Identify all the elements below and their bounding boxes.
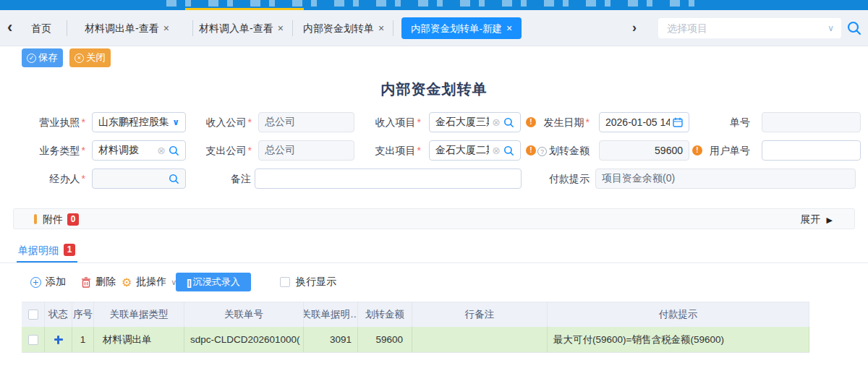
row-doc-detail-cell: 3091 bbox=[304, 327, 358, 352]
clear-icon[interactable]: ⊗ bbox=[492, 117, 501, 127]
row-pay-tip-cell: 最大可付(59600)=销售含税金额(59600) bbox=[548, 327, 809, 352]
table-row[interactable]: 1 材料调出单 sdpc-CLDCD202601000( 3091 59600 … bbox=[22, 327, 809, 353]
col-seq: 序号 bbox=[72, 302, 94, 327]
search-icon[interactable] bbox=[503, 117, 514, 128]
business-license-label: 营业执照* bbox=[27, 112, 85, 132]
income-project-field[interactable]: 金石大厦三期 ⊗ bbox=[429, 112, 521, 132]
batch-actions-button[interactable]: ⚙ 批操作 ∨ bbox=[122, 273, 176, 291]
plus-circle-icon bbox=[30, 277, 41, 288]
user-doc-no-label: 用户单号 bbox=[692, 140, 750, 161]
clear-icon[interactable]: ⊗ bbox=[157, 145, 166, 155]
income-project-label: 收入项目* bbox=[363, 112, 421, 132]
row-doc-type-cell: 材料调出单 bbox=[94, 327, 184, 352]
tabs-scroll-right-icon[interactable]: › bbox=[632, 10, 637, 45]
tab-home[interactable]: 首页 bbox=[31, 10, 51, 46]
wrap-display-option[interactable]: 换行显示 bbox=[280, 273, 336, 291]
chevron-down-icon: ∨ bbox=[172, 117, 179, 127]
expense-project-label: 支出项目* bbox=[363, 140, 421, 161]
required-mark: * bbox=[82, 145, 85, 156]
immersive-entry-button[interactable]: [] 沉浸式录入 bbox=[176, 273, 251, 291]
tab-close-icon[interactable]: × bbox=[378, 22, 384, 34]
gear-icon: ⚙ bbox=[122, 276, 132, 289]
tab-material-out-view[interactable]: 材料调出单-查看× bbox=[85, 10, 169, 46]
close-button[interactable]: × 关闭 bbox=[69, 48, 111, 67]
occur-date-label: 发生日期* bbox=[532, 112, 590, 132]
business-license-select[interactable]: 山东鹏程控股集团 ∨ bbox=[92, 112, 186, 132]
required-mark: * bbox=[417, 145, 421, 156]
select-all-checkbox[interactable] bbox=[28, 310, 38, 320]
tabs-scroll-left-icon[interactable]: ‹ bbox=[7, 10, 12, 45]
col-doc-type: 关联单据类型 bbox=[94, 302, 184, 327]
search-icon[interactable] bbox=[169, 145, 179, 156]
required-mark: * bbox=[417, 116, 421, 128]
tab-separator bbox=[292, 20, 293, 36]
income-company-label: 收入公司* bbox=[194, 112, 252, 132]
income-company-field: 总公司 bbox=[258, 112, 354, 132]
project-select-placeholder: 选择项目 bbox=[667, 18, 707, 38]
doc-no-label: 单号 bbox=[692, 112, 750, 132]
tab-separator bbox=[192, 20, 193, 36]
project-select[interactable]: 选择项目 ∨ bbox=[658, 18, 841, 38]
close-circle-icon: × bbox=[75, 54, 84, 63]
attachment-label: 附件 bbox=[43, 209, 63, 229]
transfer-amount-label: ?划转金额 bbox=[529, 140, 590, 161]
col-doc-no: 关联单号 bbox=[184, 302, 304, 327]
delete-row-button[interactable]: 删除 bbox=[81, 273, 116, 291]
tab-separator bbox=[393, 20, 393, 36]
expense-company-label: 支出公司* bbox=[194, 140, 252, 161]
expense-project-field[interactable]: 金石大厦二期 ⊗ bbox=[429, 140, 521, 161]
row-amount-cell: 59600 bbox=[358, 327, 412, 352]
table-header-row: 状态 序号 关联单据类型 关联单号 关联单据明… 划转金额 行备注 付款提示 bbox=[22, 302, 809, 327]
col-status: 状态 bbox=[45, 302, 72, 327]
expense-company-field: 总公司 bbox=[258, 140, 354, 161]
check-circle-icon: ✓ bbox=[27, 54, 36, 63]
tab-detail-list[interactable]: 单据明细 bbox=[18, 244, 59, 257]
search-icon[interactable] bbox=[169, 174, 179, 184]
add-row-button[interactable]: 添加 bbox=[30, 273, 66, 291]
handler-field[interactable] bbox=[92, 169, 186, 189]
row-checkbox[interactable] bbox=[28, 335, 38, 345]
doc-no-input bbox=[762, 112, 861, 132]
expand-toggle[interactable]: 展开▶ bbox=[801, 209, 833, 230]
fullscreen-icon: [] bbox=[187, 277, 190, 288]
section-marker bbox=[34, 214, 37, 224]
divider bbox=[0, 263, 868, 263]
col-pay-tip: 付款提示 bbox=[548, 302, 809, 327]
business-type-label: 业务类型* bbox=[27, 140, 85, 161]
wrap-display-checkbox[interactable] bbox=[280, 277, 290, 287]
tab-fund-transfer-new-active[interactable]: 内部资金划转单-新建× bbox=[401, 17, 522, 39]
required-mark: * bbox=[248, 116, 252, 128]
business-type-field[interactable]: 材料调拨 ⊗ bbox=[92, 140, 186, 161]
remark-input[interactable] bbox=[255, 169, 522, 189]
calendar-icon[interactable] bbox=[673, 117, 683, 127]
top-menu-bar bbox=[0, 0, 868, 10]
page-title: 内部资金划转单 bbox=[0, 80, 868, 99]
tab-close-icon[interactable]: × bbox=[163, 22, 169, 34]
col-row-remark: 行备注 bbox=[412, 302, 548, 327]
row-expand-plus-icon[interactable] bbox=[54, 336, 63, 344]
search-icon[interactable] bbox=[503, 145, 514, 156]
save-button[interactable]: ✓ 保存 bbox=[22, 48, 63, 67]
tab-close-icon[interactable]: × bbox=[278, 22, 284, 34]
header-select-cell bbox=[22, 302, 45, 327]
tab-close-icon[interactable]: × bbox=[506, 22, 512, 34]
transfer-amount-field: 59600 bbox=[599, 140, 689, 161]
attachment-count-badge: 0 bbox=[67, 213, 79, 226]
tab-fund-transfer[interactable]: 内部资金划转单× bbox=[303, 10, 384, 46]
detail-count-badge: 1 bbox=[64, 244, 75, 256]
tab-material-in-view[interactable]: 材料调入单-查看× bbox=[199, 10, 284, 46]
top-menu-text-fragment bbox=[166, 0, 702, 7]
occur-date-field[interactable]: 2026-01-05 14: bbox=[599, 112, 689, 132]
search-icon[interactable] bbox=[846, 20, 862, 36]
remark-label: 备注 bbox=[193, 169, 251, 189]
question-icon[interactable]: ? bbox=[537, 147, 547, 156]
user-doc-no-input[interactable] bbox=[762, 140, 861, 161]
required-mark: * bbox=[586, 116, 590, 128]
row-seq-cell: 1 bbox=[72, 327, 94, 352]
chevron-down-icon: ∨ bbox=[827, 18, 834, 38]
clear-icon[interactable]: ⊗ bbox=[492, 145, 501, 155]
required-mark: * bbox=[248, 145, 252, 156]
expand-arrow-icon: ▶ bbox=[827, 216, 833, 224]
row-doc-no-link[interactable]: sdpc-CLDCD202601000( bbox=[184, 327, 304, 352]
required-mark: * bbox=[82, 116, 85, 128]
